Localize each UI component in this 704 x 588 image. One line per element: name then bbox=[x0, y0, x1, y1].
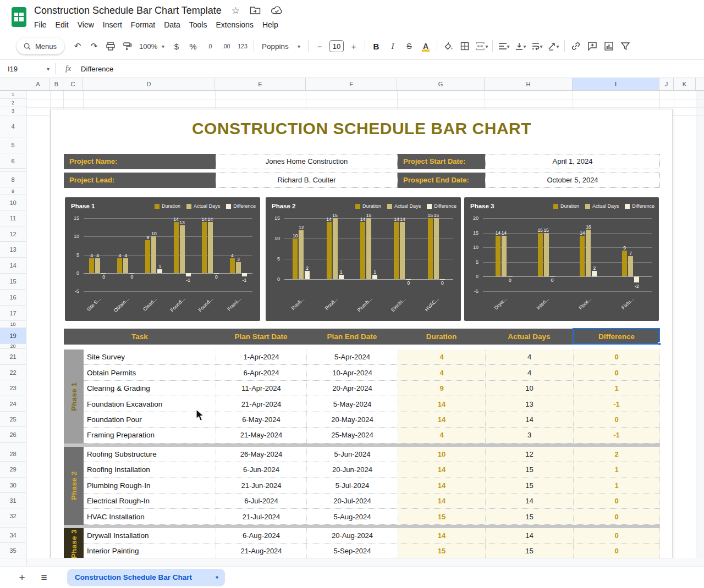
horizontal-align-button[interactable]: ▾ bbox=[496, 38, 512, 54]
actual-days-cell[interactable]: 14 bbox=[485, 528, 573, 543]
task-cell[interactable]: Roofing Installation bbox=[84, 462, 216, 477]
row-header-23[interactable]: 23 bbox=[0, 380, 26, 396]
menu-item-edit[interactable]: Edit bbox=[51, 19, 73, 31]
text-rotation-button[interactable]: ▾ bbox=[546, 38, 561, 54]
row-header-8[interactable]: 8 bbox=[0, 172, 26, 187]
table-row[interactable]: Site Survey1-Apr-20245-Apr-2024440 bbox=[84, 350, 660, 365]
strikethrough-button[interactable]: S bbox=[402, 38, 417, 54]
plan-start-cell[interactable]: 21-May-2024 bbox=[216, 428, 306, 442]
cells-area[interactable]: CONSTRUCTION SCHEDULE BAR CHART Project … bbox=[26, 91, 704, 566]
task-cell[interactable]: Foundation Pour bbox=[84, 412, 216, 427]
task-cell[interactable]: Clearing & Grading bbox=[84, 381, 216, 396]
plan-start-cell[interactable]: 1-Apr-2024 bbox=[216, 350, 306, 364]
increase-font-size-button[interactable]: + bbox=[346, 38, 361, 54]
table-row[interactable]: Drywall Installation6-Aug-202420-Aug-202… bbox=[84, 528, 660, 543]
task-cell[interactable]: Framing Preparation bbox=[84, 428, 216, 442]
table-row[interactable]: Foundation Pour6-May-202420-May-20241414… bbox=[84, 412, 660, 428]
cloud-status-icon[interactable] bbox=[271, 6, 283, 15]
row-header-12[interactable]: 12 bbox=[0, 226, 26, 242]
plan-end-cell[interactable]: 5-Apr-2024 bbox=[306, 350, 398, 364]
actual-days-cell[interactable]: 15 bbox=[485, 509, 573, 524]
sheet-tab-active[interactable]: Construction Schedule Bar Chart ▾ bbox=[67, 569, 225, 586]
row-header-4[interactable]: 4 bbox=[0, 115, 26, 137]
task-cell[interactable]: Obtain Permits bbox=[84, 365, 216, 380]
insert-chart-button[interactable] bbox=[601, 38, 617, 54]
star-icon[interactable]: ☆ bbox=[232, 5, 240, 16]
info-value[interactable]: October 5, 2024 bbox=[485, 173, 660, 188]
info-value[interactable]: April 1, 2024 bbox=[485, 154, 660, 169]
more-formats-button[interactable]: 123 bbox=[235, 38, 250, 54]
row-header-11[interactable]: 11 bbox=[0, 210, 26, 226]
row-header-31[interactable]: 31 bbox=[0, 493, 26, 508]
table-row[interactable]: Interior Painting21-Aug-20245-Sep-202415… bbox=[84, 543, 660, 558]
undo-button[interactable]: ↶ bbox=[70, 38, 85, 54]
table-row[interactable]: Clearing & Grading11-Apr-202420-Apr-2024… bbox=[84, 381, 660, 396]
row-header-28[interactable]: 28 bbox=[0, 446, 26, 462]
menu-item-data[interactable]: Data bbox=[160, 19, 185, 31]
font-select[interactable]: Poppins▾ bbox=[257, 38, 305, 54]
row-header-30[interactable]: 30 bbox=[0, 478, 26, 493]
column-header-E[interactable]: E bbox=[215, 78, 306, 90]
row-header-18[interactable]: 18 bbox=[0, 321, 26, 328]
plan-end-cell[interactable]: 25-May-2024 bbox=[306, 428, 398, 442]
row-header-1[interactable]: 1 bbox=[0, 91, 26, 99]
table-row[interactable]: Roofing Installation6-Jun-202420-Jun-202… bbox=[84, 462, 660, 478]
plan-start-cell[interactable]: 6-Apr-2024 bbox=[216, 365, 306, 380]
row-header-22[interactable]: 22 bbox=[0, 365, 26, 380]
plan-end-cell[interactable]: 20-Aug-2024 bbox=[306, 528, 398, 543]
task-cell[interactable]: Electrical Rough-In bbox=[84, 493, 216, 508]
difference-cell[interactable]: 1 bbox=[573, 478, 660, 493]
plan-end-cell[interactable]: 10-Apr-2024 bbox=[306, 365, 398, 380]
duration-cell[interactable]: 14 bbox=[398, 396, 485, 411]
insert-link-button[interactable] bbox=[568, 38, 584, 54]
row-header-16[interactable]: 16 bbox=[0, 290, 26, 306]
all-sheets-button[interactable]: ≡ bbox=[35, 569, 53, 586]
difference-cell[interactable]: 0 bbox=[573, 528, 660, 543]
document-title[interactable]: Construction Schedule Bar Chart Template bbox=[34, 5, 222, 16]
plan-start-cell[interactable]: 11-Apr-2024 bbox=[216, 381, 306, 396]
decrease-decimals-button[interactable]: .0 bbox=[202, 38, 217, 54]
duration-cell[interactable]: 14 bbox=[398, 528, 485, 543]
add-sheet-button[interactable]: + bbox=[13, 569, 31, 586]
difference-cell[interactable]: 0 bbox=[573, 412, 660, 427]
menu-item-file[interactable]: File bbox=[30, 19, 51, 31]
plan-end-cell[interactable]: 20-May-2024 bbox=[306, 412, 398, 427]
difference-cell[interactable]: 1 bbox=[573, 462, 660, 477]
column-header-I[interactable]: I bbox=[573, 78, 659, 90]
plan-end-cell[interactable]: 20-Apr-2024 bbox=[306, 381, 398, 396]
duration-cell[interactable]: 10 bbox=[398, 447, 485, 462]
create-filter-button[interactable] bbox=[618, 38, 633, 54]
row-header-13[interactable]: 13 bbox=[0, 242, 26, 258]
row-header-29[interactable]: 29 bbox=[0, 462, 26, 478]
difference-cell[interactable]: 1 bbox=[573, 381, 660, 396]
plan-start-cell[interactable]: 21-Aug-2024 bbox=[216, 543, 306, 558]
plan-end-cell[interactable]: 5-Aug-2024 bbox=[306, 509, 398, 524]
row-header-35[interactable]: 35 bbox=[0, 543, 26, 558]
difference-cell[interactable]: 0 bbox=[573, 543, 660, 558]
format-percent-button[interactable]: % bbox=[185, 38, 201, 54]
duration-cell[interactable]: 4 bbox=[398, 350, 485, 364]
row-header-34[interactable]: 34 bbox=[0, 528, 26, 543]
table-row[interactable]: Electrical Rough-In6-Jul-202420-Jul-2024… bbox=[84, 493, 660, 509]
borders-button[interactable] bbox=[457, 38, 472, 54]
difference-cell[interactable]: -1 bbox=[573, 428, 660, 442]
vertical-align-button[interactable]: ▾ bbox=[513, 38, 528, 54]
row-header-14[interactable]: 14 bbox=[0, 258, 26, 274]
plan-start-cell[interactable]: 6-May-2024 bbox=[216, 412, 306, 427]
table-row[interactable]: Plumbing Rough-In21-Jun-20245-Jul-202414… bbox=[84, 478, 660, 493]
print-button[interactable] bbox=[103, 38, 118, 54]
duration-cell[interactable]: 9 bbox=[398, 381, 485, 396]
decrease-font-size-button[interactable]: − bbox=[312, 38, 327, 54]
plan-start-cell[interactable]: 21-Jun-2024 bbox=[216, 478, 306, 493]
fill-color-button[interactable] bbox=[441, 38, 456, 54]
menu-item-extensions[interactable]: Extensions bbox=[211, 19, 257, 31]
difference-cell[interactable]: 0 bbox=[573, 350, 660, 364]
zoom-select[interactable]: 100%▾ bbox=[136, 38, 168, 54]
actual-days-cell[interactable]: 14 bbox=[485, 493, 573, 508]
table-row[interactable]: Foundation Excavation21-Apr-20245-May-20… bbox=[84, 396, 660, 412]
paint-format-button[interactable] bbox=[119, 38, 135, 54]
duration-cell[interactable]: 15 bbox=[398, 509, 485, 524]
phase-1-chart[interactable]: Phase 1DurationActual DaysDifference 151… bbox=[65, 197, 260, 321]
actual-days-cell[interactable]: 13 bbox=[485, 396, 573, 411]
row-header-21[interactable]: 21 bbox=[0, 349, 26, 365]
